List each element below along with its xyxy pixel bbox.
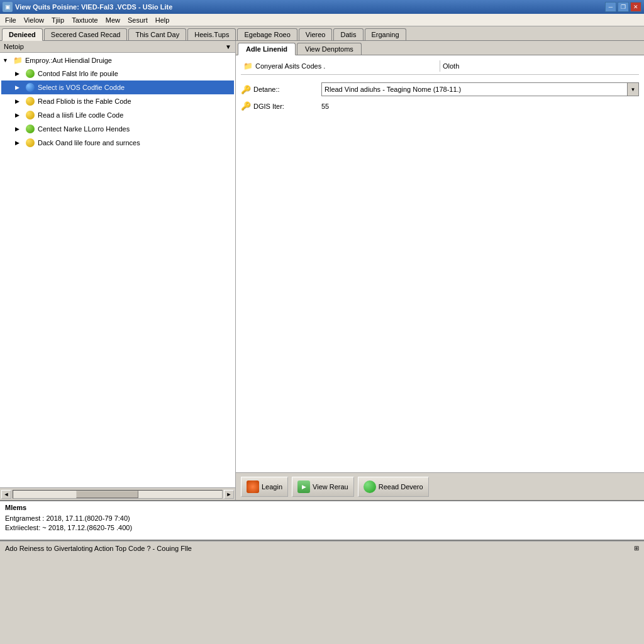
tree-item-1-label: Contod Falst Irlo ife pouile [38,70,118,77]
scroll-track[interactable] [13,490,223,499]
right-tab-adle[interactable]: Adle Linenid [238,43,296,55]
tree-item-4-arrow: ▶ [15,112,23,118]
tree-item-5-arrow: ▶ [15,126,23,132]
left-panel-collapse-btn[interactable]: ▼ [225,43,231,50]
tab-egebage[interactable]: Egebage Roeo [237,28,297,40]
col-header-1-icon: 📁 [243,62,253,70]
menu-taxtuote[interactable]: Taxtuote [68,15,102,25]
tree-item-3-label: Read Fbliob is the Fable Code [38,97,131,105]
field-key-icon: 🔑 [241,85,251,94]
right-panel: Adle Linenid View Denptoms 📁 Conyeral As… [236,41,644,500]
login-button[interactable]: Leagin [241,477,288,497]
tab-denieed[interactable]: Denieed [2,28,43,41]
col-header-2-text: Oloth [443,62,459,70]
right-table-header: 📁 Conyeral Asits Codes . Oloth [241,60,639,75]
title-bar-buttons: ─ ❐ ✕ [605,2,641,12]
tree-item-1[interactable]: ▶ Contod Falst Irlo ife pouile [1,67,234,80]
read-icon [364,480,376,493]
tree-item-4[interactable]: ▶ Read a liisfi Life codle Code [1,108,234,122]
tree-item-3-arrow: ▶ [15,98,23,104]
left-panel: Netoip ▼ ▼ 📁 Emproy.:Aut Hiendial Druige… [0,41,236,500]
read-devero-button[interactable]: Reead Devero [358,477,429,497]
tree-item-2-icon [25,82,35,92]
tree-root-arrow: ▼ [3,57,10,64]
log-header: Mlems [5,504,639,511]
log-entry-2: Extriieclest: ~ 2018, 17.12.(8620-75 .40… [5,523,639,533]
col-header-1-text: Conyeral Asits Codes . [255,62,325,70]
menu-vielow[interactable]: Vielow [20,15,48,25]
left-panel-header: Netoip ▼ [0,41,235,53]
tree-item-5[interactable]: ▶ Centect Narke LLorro Hendes [1,122,234,136]
menu-file[interactable]: File [1,15,20,25]
title-bar: ▣ View Quits Poisine: VIED-Fal3 .VCDS - … [0,0,644,14]
title-bar-text: View Quits Poisine: VIED-Fal3 .VCDS - US… [15,3,172,11]
tab-secered[interactable]: Secered Cased Recad [44,28,128,40]
log-entry-1: Entgramest : 2018, 17.11.(8020-79 7:40) [5,514,639,523]
left-panel-title: Netoip [4,43,24,50]
field-dropdown-detane-arrow[interactable]: ▼ [627,83,638,96]
tab-heeis[interactable]: Heeis.Tups [187,28,236,40]
read-devero-button-label: Reead Devero [379,483,423,491]
main-tab-bar: Denieed Secered Cased Recad This Cant Da… [0,26,644,41]
menu-tjiip[interactable]: Tjiip [48,15,68,25]
close-button[interactable]: ✕ [630,2,641,12]
tree-item-3[interactable]: ▶ Read Fbliob is the Fable Code [1,94,234,108]
tab-viereo[interactable]: Viereo [299,28,333,40]
status-text: Ado Reiness to Givertaloting Action Top … [5,545,192,552]
menu-bar: File Vielow Tjiip Taxtuote Mew Sesurt He… [0,14,644,26]
tree-root-folder-icon: 📁 [13,55,23,65]
field-row-detane: 🔑 Detane:: Rlead Vind adiuhs - Teaging N… [241,80,639,99]
app-icon: ▣ [3,2,13,12]
log-area: Mlems Entgramest : 2018, 17.11.(8020-79 … [0,500,644,541]
tree-item-6-arrow: ▶ [15,140,23,146]
field-value-dgis: 55 [321,103,639,110]
tree-item-2-label: Select is VOS Codfie Codde [38,84,125,91]
right-tab-bar: Adle Linenid View Denptoms [236,41,644,55]
view-rerau-button-label: View Rerau [313,483,348,491]
tree-item-2[interactable]: ▶ Select is VOS Codfie Codde [1,80,234,94]
tree-item-6[interactable]: ▶ Dack Oand lile foure and surnces [1,136,234,150]
right-panel-toolbar: Leagin ▶ View Rerau Reead Devero [236,472,644,500]
tree-item-2-arrow: ▶ [15,84,23,91]
scroll-right-btn[interactable]: ► [224,490,234,499]
col-header-2: Oloth [440,60,639,72]
tree-item-5-icon [25,124,35,134]
scroll-left-btn[interactable]: ◄ [1,490,11,499]
tree-item-4-icon [25,110,35,120]
tree-item-4-label: Read a liisfi Life codle Code [38,111,123,119]
restore-button[interactable]: ❐ [618,2,629,12]
tab-datis[interactable]: Datis [333,28,363,40]
field-label-dgis-wrapper: 🔑 DGIS Iter: [241,101,316,111]
status-bar: Ado Reiness to Givertaloting Action Top … [0,541,644,555]
tree-item-6-icon [25,138,35,148]
login-button-label: Leagin [262,483,282,491]
menu-help[interactable]: Help [152,15,174,25]
field-dropdown-detane-text: Rlead Vind adiuhs - Teaging Nome (178-11… [322,86,627,93]
status-icon: ⊞ [634,545,639,552]
tab-erganing[interactable]: Erganing [365,28,406,40]
tree-item-1-icon [25,69,35,79]
tab-this-cant-day[interactable]: This Cant Day [128,28,186,40]
minimize-button[interactable]: ─ [605,2,616,12]
tree-root-label: Emproy.:Aut Hiendial Druige [25,57,112,64]
right-content: 📁 Conyeral Asits Codes . Oloth 🔑 Detane:… [236,55,644,472]
right-tab-view[interactable]: View Denptoms [297,43,362,55]
tree-item-5-label: Centect Narke LLorro Hendes [38,125,130,133]
scroll-thumb[interactable] [76,491,139,498]
menu-sesurt[interactable]: Sesurt [124,15,152,25]
main-content: Netoip ▼ ▼ 📁 Emproy.:Aut Hiendial Druige… [0,41,644,500]
tree-item-6-label: Dack Oand lile foure and surnces [38,139,140,147]
tree-item-3-icon [25,96,35,106]
view-icon: ▶ [297,480,310,493]
view-rerau-button[interactable]: ▶ View Rerau [292,477,354,497]
field-row-dgis: 🔑 DGIS Iter: 55 [241,99,639,113]
field-label-detane: Detane:: [253,86,280,93]
menu-mew[interactable]: Mew [102,15,124,25]
left-panel-scrollbar: ◄ ► [0,487,235,500]
field-dropdown-detane[interactable]: Rlead Vind adiuhs - Teaging Nome (178-11… [321,82,639,96]
field-label-dgis: DGIS Iter: [253,103,284,110]
login-icon [247,480,259,493]
field-key-icon-2: 🔑 [241,101,251,111]
tree-root[interactable]: ▼ 📁 Emproy.:Aut Hiendial Druige [1,54,234,67]
tree-container: ▼ 📁 Emproy.:Aut Hiendial Druige ▶ Contod… [0,53,235,487]
